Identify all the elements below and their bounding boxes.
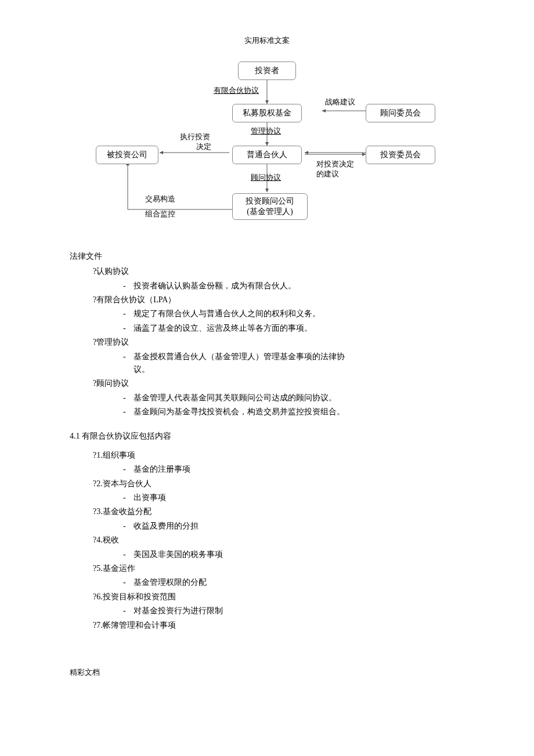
edge-exec-inv-2: 决定 [196,141,211,153]
list-item: 有限合伙协议（LPA） [93,294,464,306]
list-item: 7.帐簿管理和会计事项 [93,619,464,632]
box-gp: 普通合伙人 [232,146,302,164]
list-item: 3.基金收益分配 [93,505,464,518]
box-label: 投资顾问公司 [246,196,294,207]
legal-docs-title: 法律文件 [70,250,464,263]
edge-inv-advice-2: 的建议 [316,168,339,180]
edge-strategy: 战略建议 [325,96,355,108]
box-advisor-co: 投资顾问公司 (基金管理人) [232,193,308,220]
sub-item: 基金的注册事项 [134,463,464,476]
page-footer: 精彩文档 [70,667,464,679]
document-body: 法律文件 认购协议 投资者确认认购基金份额，成为有限合伙人。 有限合伙协议（LP… [70,250,464,632]
sub-item: 出资事项 [134,491,464,504]
item-label: 7.帐簿管理和会计事项 [96,621,176,630]
box-pe-fund: 私募股权基金 [232,104,302,122]
sub-item: 涵盖了基金的设立、运营及终止等各方面的事项。 [134,322,464,335]
item-label: 1.组织事项 [96,451,135,460]
list-item: 6.投资目标和投资范围 [93,591,464,603]
org-diagram: 投资者 私募股权基金 顾问委员会 被投资公司 普通合伙人 投资委员会 投资顾问公… [81,59,453,244]
sub-item: 基金授权普通合伙人（基金管理人）管理基金事项的法律协议。 [134,350,354,377]
box-inv-committee: 投资委员会 [366,146,435,164]
box-label-sub: (基金管理人) [247,207,293,217]
list-item: 管理协议 [93,336,464,349]
box-label: 顾问委员会 [380,107,421,120]
item-label: 5.基金运作 [96,564,135,573]
sub-item: 规定了有限合伙人与普通合伙人之间的权利和义务。 [134,308,464,320]
section-4-1-title: 4.1 有限合伙协议应包括内容 [70,430,464,443]
edge-lpa: 有限合伙协议 [214,85,259,97]
list-item: 5.基金运作 [93,562,464,575]
page-header: 实用标准文案 [70,35,464,47]
sub-item: 收益及费用的分担 [134,520,464,533]
edge-mgmt: 管理协议 [251,125,281,138]
item-label: 3.基金收益分配 [96,507,151,516]
list-item: 2.资本与合伙人 [93,478,464,490]
item-label: 2.资本与合伙人 [96,479,151,488]
edge-deal-struct: 交易构造 [145,193,175,205]
list-item: 顾问协议 [93,377,464,390]
edge-advisor-agr: 顾问协议 [251,172,281,184]
item-label: 6.投资目标和投资范围 [96,592,176,601]
box-investor: 投资者 [238,62,296,80]
box-invested-co: 被投资公司 [96,146,158,164]
sub-item: 美国及非美国的税务事项 [134,548,464,561]
item-label: 管理协议 [96,338,129,346]
box-label: 投资者 [255,64,279,77]
item-label: 有限合伙协议（LPA） [96,295,176,304]
sub-item: 对基金投资行为进行限制 [134,605,464,617]
box-label: 普通合伙人 [247,149,287,161]
box-label: 被投资公司 [107,149,147,161]
item-label: 顾问协议 [96,379,129,388]
item-label: 认购协议 [96,267,129,276]
sub-item: 投资者确认认购基金份额，成为有限合伙人。 [134,280,464,292]
item-label: 4.税收 [96,536,119,544]
list-item: 认购协议 [93,265,464,278]
box-label: 私募股权基金 [243,107,291,120]
box-label: 投资委员会 [380,149,421,161]
sub-item: 基金管理权限的分配 [134,576,464,589]
list-item: 4.税收 [93,534,464,547]
sub-item: 基金顾问为基金寻找投资机会，构造交易并监控投资组合。 [134,406,464,418]
sub-item: 基金管理人代表基金同其关联顾问公司达成的顾问协议。 [134,392,464,404]
edge-portfolio-mon: 组合监控 [145,208,175,220]
list-item: 1.组织事项 [93,449,464,462]
box-advisory-board: 顾问委员会 [366,104,435,122]
